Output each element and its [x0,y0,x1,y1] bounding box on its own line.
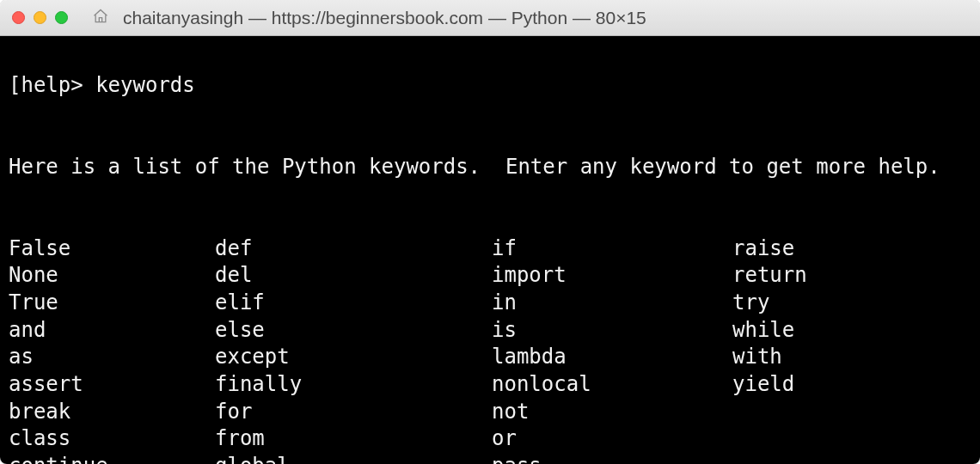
bracket-open: [ [9,73,21,97]
minimize-button[interactable] [34,11,46,24]
keyword-cell: break [9,399,215,426]
keyword-cell: def [215,235,492,263]
keyword-cell: return [732,262,971,290]
keyword-cell: nonlocal [492,371,732,399]
keyword-cell: pass [492,453,732,464]
keyword-cell: or [492,425,732,453]
zoom-button[interactable] [55,11,68,24]
keyword-cell: try [732,290,971,317]
keyword-cell: global [215,453,492,464]
keyword-cell: finally [215,371,492,399]
keyword-cell: as [9,344,215,371]
keyword-cell: False [9,235,215,263]
keyword-cell: assert [9,371,215,399]
keyword-cell: with [732,344,971,371]
help-message: Here is a list of the Python keywords. E… [9,154,971,181]
window-title: chaitanyasingh — https://beginnersbook.c… [123,8,646,28]
keyword-cell: except [215,344,492,371]
keyword-cell: if [492,235,732,263]
keyword-cell: for [215,399,492,426]
prompt-line: [help> keywords [9,72,971,100]
keywords-grid: FalsedefifraiseNonedelimportreturnTrueel… [9,235,971,464]
keyword-cell: None [9,262,215,290]
keyword-cell: import [492,262,732,290]
close-button[interactable] [12,11,25,24]
keyword-cell: and [9,317,215,345]
keyword-cell [732,453,971,464]
keyword-cell: yield [732,371,971,399]
keyword-cell: while [732,317,971,345]
terminal-window: chaitanyasingh — https://beginnersbook.c… [0,0,980,464]
home-icon [92,8,109,27]
keyword-cell: del [215,262,492,290]
keyword-cell [732,399,971,426]
keyword-cell: raise [732,235,971,263]
titlebar: chaitanyasingh — https://beginnersbook.c… [0,0,980,36]
keyword-cell: in [492,290,732,317]
traffic-lights [12,11,68,24]
keyword-cell: continue [9,453,215,464]
typed-command: keywords [95,73,195,97]
keyword-cell: True [9,290,215,317]
help-prompt: help> [21,73,95,97]
terminal-content[interactable]: [help> keywords Here is a list of the Py… [0,36,980,464]
keyword-cell: elif [215,290,492,317]
keyword-cell: lambda [492,344,732,371]
keyword-cell: from [215,425,492,453]
keyword-cell: class [9,425,215,453]
keyword-cell [732,425,971,453]
keyword-cell: not [492,399,732,426]
keyword-cell: is [492,317,732,345]
keyword-cell: else [215,317,492,345]
